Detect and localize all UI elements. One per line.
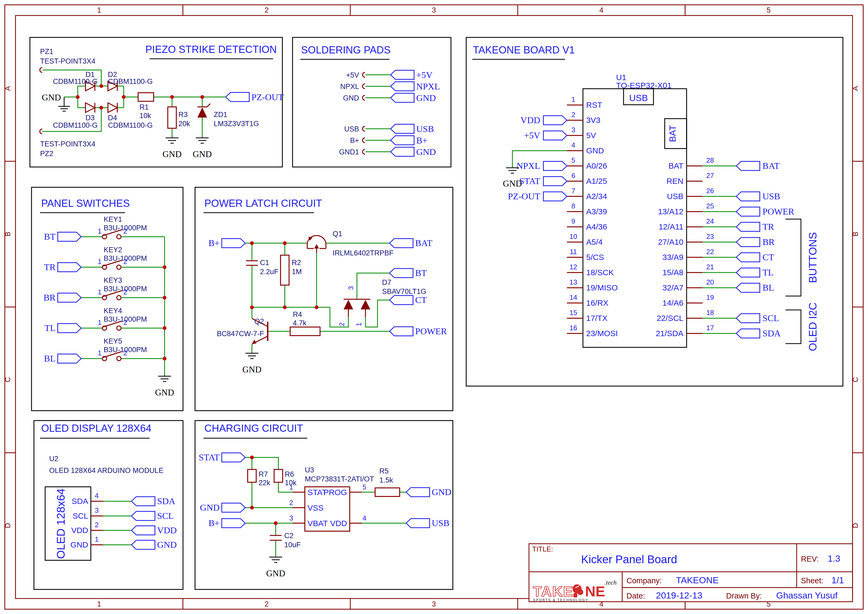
- buttons-group-label: BUTTONS: [807, 232, 818, 283]
- pz1-ref: PZ1: [40, 48, 53, 56]
- u1-right-flags: BAT USB POWER TR BR CT TL BL SCL SDA: [736, 161, 794, 338]
- key3-pin2: 2: [123, 288, 127, 296]
- pad-flag-label: +5V: [416, 70, 432, 80]
- u1-pin-number: 13: [570, 278, 577, 286]
- switch-row-1: BT KEY1 B3U-1000PM 1 2: [44, 216, 147, 242]
- power-flag-label: POWER: [763, 206, 794, 216]
- switch-row-2: TR KEY2 B3U-1000PM 1 2: [44, 246, 147, 272]
- stat-flag-icon: [543, 177, 567, 186]
- key4-contact-icon: [117, 326, 121, 330]
- r6-resistor-icon: [274, 470, 283, 482]
- pad-pin-label: B+: [350, 136, 359, 144]
- pz1-pin-icon: [40, 68, 42, 73]
- frame-col-top-1: 1: [97, 6, 101, 14]
- schematic-sheet: 1 2 3 4 5 1 2 3 4 5 A B C D A B C D PIEZ…: [0, 0, 868, 614]
- tr-flag-icon: [58, 263, 81, 272]
- soldering-row-1: +5V +5V: [346, 70, 432, 80]
- oled-flags: SDA SCL VDD GND: [132, 496, 177, 550]
- gnd-left-flag-label: GND: [200, 502, 220, 512]
- u1-pin-number: 12: [570, 263, 577, 271]
- scl-flag-icon: [736, 314, 760, 323]
- usb-flag-label: USB: [763, 191, 780, 201]
- key5-pin1: 1: [98, 349, 102, 357]
- u1-pin-name: RST: [586, 101, 602, 109]
- usb-flag-label: USB: [432, 518, 450, 528]
- bplus-flag-label: B+: [208, 518, 220, 528]
- u2-body-label: OLED 128x64: [54, 488, 67, 559]
- takeone-title: TAKEONE BOARD V1: [473, 44, 575, 56]
- u1-pin-number: 8: [572, 202, 575, 210]
- key3-ref: KEY3: [104, 276, 122, 284]
- oled-i2c-group-label: OLED I2C: [807, 302, 818, 351]
- u1-pin-number: 25: [706, 202, 714, 210]
- u1-pin-number: 15: [570, 309, 577, 316]
- frame-col-top-4: 4: [599, 6, 603, 14]
- zd1-zener-icon: [197, 104, 210, 118]
- key2-pin1: 1: [98, 257, 102, 265]
- u1-pin-name: GND: [586, 146, 604, 155]
- pad-flag-icon: [391, 93, 414, 102]
- u1-pin-number: 9: [572, 217, 575, 225]
- pad-pin-label: GND: [343, 94, 359, 102]
- u1-pin-name: USB: [667, 192, 684, 201]
- u1-pin-number: 10: [570, 233, 577, 240]
- piezo-gnd-r3-icon: [166, 138, 178, 143]
- block-soldering-pads: SOLDERING PADS +5V +5V NPXL NPXL GND GND…: [293, 37, 451, 167]
- title-value: Kicker Panel Board: [581, 553, 677, 566]
- bplus-flag-icon: [222, 519, 245, 528]
- u1-pin-number: 16: [570, 324, 577, 332]
- p5v-flag-icon: [543, 131, 567, 140]
- pz1-value: TEST-POINT3X4: [40, 57, 95, 65]
- u1-left-pin-names: RST 3V3 5V GND A0/26 A1/25 A2/34 A3/39 A…: [586, 101, 618, 338]
- charging-junction-dots: [250, 456, 277, 525]
- soldering-row-3: GND GND: [343, 93, 436, 103]
- pad-flag-icon: [391, 124, 414, 133]
- r7-ref: R7: [259, 470, 268, 478]
- gnd-flag-icon: [132, 540, 155, 549]
- schematic-canvas: 1 2 3 4 5 1 2 3 4 5 A B C D A B C D PIEZ…: [0, 0, 868, 614]
- br-flag-label: BR: [43, 293, 56, 302]
- pad-flag-icon: [391, 147, 414, 156]
- u1-ref: U1: [616, 73, 626, 82]
- block-takeone-board: TAKEONE BOARD V1 U1 TO-ESP32-X01 USB BAT…: [466, 37, 843, 386]
- frame-col-top-2: 2: [265, 6, 268, 14]
- key3-pin1: 1: [98, 288, 102, 296]
- u1-pin-number: 19: [706, 293, 714, 301]
- key1-contact-icon: [117, 234, 121, 239]
- zd1-ref: ZD1: [214, 111, 227, 119]
- logo-take-text: TAKE: [533, 583, 574, 599]
- tl-flag-label: TL: [44, 323, 56, 333]
- block-oled-display: OLED DISPLAY 128X64 U2 OLED 128X64 ARDUI…: [34, 420, 183, 589]
- u1-pin-name: 17/TX: [586, 314, 608, 323]
- c2-value: 10uF: [284, 541, 301, 549]
- gnd-flag-label: GND: [157, 540, 177, 550]
- piezo-gnd-r3-label: GND: [163, 149, 182, 159]
- piezo-gnd-left-label: GND: [42, 93, 61, 102]
- bt-flag-icon: [58, 232, 81, 241]
- tl-flag-label: TL: [763, 267, 774, 278]
- bplus-flag-label: B+: [208, 238, 220, 248]
- r1-value: 10k: [140, 112, 151, 120]
- frame-col-bot-2: 2: [265, 600, 268, 608]
- title-label: TITLE:: [532, 545, 553, 553]
- u1-pin-number: 17: [706, 324, 714, 332]
- zd1-value: LM3Z3V3T1G: [214, 120, 259, 128]
- u1-pin-name: A4/36: [586, 222, 607, 231]
- u1-pin-name: A3/39: [586, 207, 607, 216]
- u1-pin-name: A5/4: [586, 237, 603, 247]
- latch-ct-flag-label: CT: [415, 295, 427, 305]
- key2-contact-icon: [117, 265, 121, 269]
- key1-pin1: 1: [98, 227, 102, 235]
- oled-title: OLED DISPLAY 128X64: [41, 423, 152, 434]
- pad-pin-label: GND1: [339, 148, 359, 156]
- scl-flag-label: SCL: [763, 313, 779, 323]
- u1-pin-number: 7: [572, 187, 575, 195]
- u1-pin-name: 14/A6: [663, 298, 684, 307]
- latch-bat-flag-icon: [389, 239, 413, 248]
- d4-value: CDBM1100-G: [108, 121, 153, 129]
- bat-flag-icon: [736, 161, 760, 171]
- u1-pin-name: A2/34: [586, 192, 607, 201]
- c1-capacitor-icon: [246, 261, 258, 265]
- tr-flag-label: TR: [44, 262, 56, 272]
- u1-pin-number: 21: [706, 263, 714, 271]
